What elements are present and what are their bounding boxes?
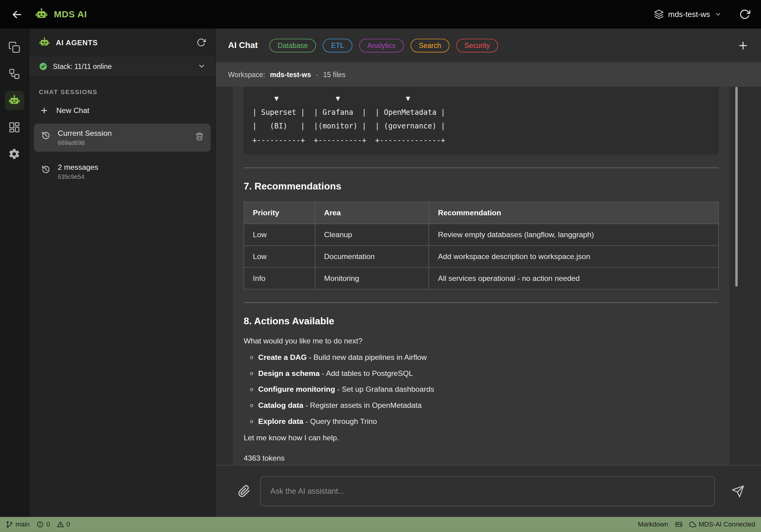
col-recommendation: Recommendation <box>429 202 719 224</box>
session-title: Current Session <box>58 129 112 138</box>
session-item[interactable]: 2 messages 635c9e54 <box>34 158 210 186</box>
chevron-down-icon <box>715 11 722 18</box>
cell: Cleanup <box>315 224 429 246</box>
history-icon <box>41 164 51 175</box>
new-chat-button[interactable]: New Chat <box>29 100 215 121</box>
composer <box>216 465 761 517</box>
assistant-message: ▼ ▼ ▼ | Superset | | Grafana | | OpenMet… <box>233 87 730 465</box>
markdown-mode[interactable]: Markdown <box>638 521 668 528</box>
actions-intro: What would you like me to do next? <box>244 337 719 345</box>
session-id: 669ad698 <box>58 140 112 146</box>
attachment-paperclip-icon[interactable] <box>238 485 251 498</box>
col-priority: Priority <box>244 202 315 224</box>
rail-ai-agents-icon[interactable] <box>5 91 24 110</box>
separator-dot: · <box>316 71 318 78</box>
token-count: 4363 tokens <box>244 454 719 463</box>
app-title: MDS AI <box>54 9 87 20</box>
stack-status-row[interactable]: Stack: 11/11 online <box>29 56 215 77</box>
error-count: 0 <box>46 521 50 528</box>
cell: Monitoring <box>315 268 429 290</box>
sidebar-header: AI AGENTS <box>29 28 215 56</box>
chat-title: AI Chat <box>228 40 258 51</box>
recommendations-heading: 7. Recommendations <box>244 181 719 192</box>
send-button[interactable] <box>732 485 744 498</box>
cell: Info <box>244 268 315 290</box>
session-id: 635c9e54 <box>58 174 98 180</box>
actions-list: Create a DAG - Build new data pipelines … <box>244 353 719 426</box>
workspace-name: mds-test-ws <box>270 71 311 78</box>
activity-rail <box>0 28 29 517</box>
git-branch-status[interactable]: main <box>6 521 30 528</box>
badge-database[interactable]: Database <box>269 38 316 52</box>
history-icon <box>41 131 51 141</box>
plus-icon <box>40 106 49 115</box>
badge-search[interactable]: Search <box>411 38 449 52</box>
sidebar-refresh-button[interactable] <box>197 38 206 47</box>
new-chat-plus-button[interactable] <box>737 39 749 51</box>
badge-security[interactable]: Security <box>456 38 498 52</box>
table-row: Low Documentation Add workspace descript… <box>244 246 719 268</box>
new-chat-label: New Chat <box>56 106 89 115</box>
markdown-label: Markdown <box>638 521 668 528</box>
warnings-status[interactable]: 0 <box>57 521 70 528</box>
stack-status-label: Stack: 11/11 online <box>53 62 112 70</box>
table-row: Low Cleanup Review empty databases (lang… <box>244 224 719 246</box>
check-circle-icon <box>39 62 48 71</box>
rail-settings-gear-icon[interactable] <box>5 144 24 163</box>
robot-logo-icon <box>35 8 48 21</box>
session-item-current[interactable]: Current Session 669ad698 <box>34 124 210 152</box>
recommendations-table: Priority Area Recommendation Low Cleanup… <box>244 202 719 290</box>
errors-status[interactable]: 0 <box>36 521 50 528</box>
connection-status[interactable]: MDS-AI Connected <box>689 521 755 528</box>
scrollbar-thumb[interactable] <box>735 87 737 287</box>
workspace-info-bar: Workspace: mds-test-ws · 15 files <box>216 62 761 86</box>
warning-triangle-icon <box>57 521 64 528</box>
workspace-selector-label: mds-test-ws <box>668 10 710 19</box>
cell: Documentation <box>315 246 429 268</box>
cell: Low <box>244 224 315 246</box>
markdown-preview-toggle[interactable] <box>675 521 682 528</box>
connection-label: MDS-AI Connected <box>699 521 755 528</box>
layers-icon <box>654 9 664 20</box>
brand: MDS AI <box>35 8 87 21</box>
markdown-icon <box>675 521 682 528</box>
cloud-icon <box>689 521 696 528</box>
chat-sessions-heading: CHAT SESSIONS <box>39 88 206 96</box>
error-circle-icon <box>36 521 44 528</box>
robot-icon <box>39 37 50 48</box>
list-item: Catalog data - Register assets in OpenMe… <box>258 401 719 410</box>
col-area: Area <box>315 202 429 224</box>
chat-input[interactable] <box>260 476 715 506</box>
rail-dashboard-icon[interactable] <box>5 117 24 136</box>
chevron-down-icon <box>198 62 206 70</box>
table-header-row: Priority Area Recommendation <box>244 202 719 224</box>
closing-line: Let me know how I can help. <box>244 434 719 443</box>
rail-files-icon[interactable] <box>5 37 24 57</box>
sidebar-title: AI AGENTS <box>56 38 98 46</box>
badge-etl[interactable]: ETL <box>323 38 352 52</box>
list-item: Create a DAG - Build new data pipelines … <box>258 353 719 362</box>
workspace-selector[interactable]: mds-test-ws <box>654 9 722 20</box>
chat-header: AI Chat Database ETL Analytics Search Se… <box>216 28 761 62</box>
actions-heading: 8. Actions Available <box>244 316 719 327</box>
divider <box>244 302 719 303</box>
cell: Add workspace description to workspace.j… <box>429 246 719 268</box>
cell: Low <box>244 246 315 268</box>
message-scroll-area: ▼ ▼ ▼ | Superset | | Grafana | | OpenMet… <box>216 87 761 465</box>
ascii-architecture-diagram: ▼ ▼ ▼ | Superset | | Grafana | | OpenMet… <box>244 87 719 155</box>
branch-name: main <box>16 521 30 528</box>
sidebar: AI AGENTS Stack: 11/11 online CHAT SESSI… <box>29 28 216 517</box>
list-item: Explore data - Query through Trino <box>258 417 719 426</box>
list-item: Design a schema - Add tables to PostgreS… <box>258 369 719 378</box>
trash-icon[interactable] <box>195 132 204 140</box>
badge-analytics[interactable]: Analytics <box>359 38 404 52</box>
refresh-button[interactable] <box>739 9 750 20</box>
rail-pipelines-icon[interactable] <box>5 64 24 83</box>
back-button[interactable] <box>11 8 24 21</box>
chat-panel: AI Chat Database ETL Analytics Search Se… <box>216 28 761 517</box>
git-branch-icon <box>6 521 13 528</box>
app-window: MDS AI mds-test-ws <box>0 0 761 532</box>
divider <box>244 167 719 168</box>
warning-count: 0 <box>66 521 70 528</box>
cell: Review empty databases (langflow, langgr… <box>429 224 719 246</box>
